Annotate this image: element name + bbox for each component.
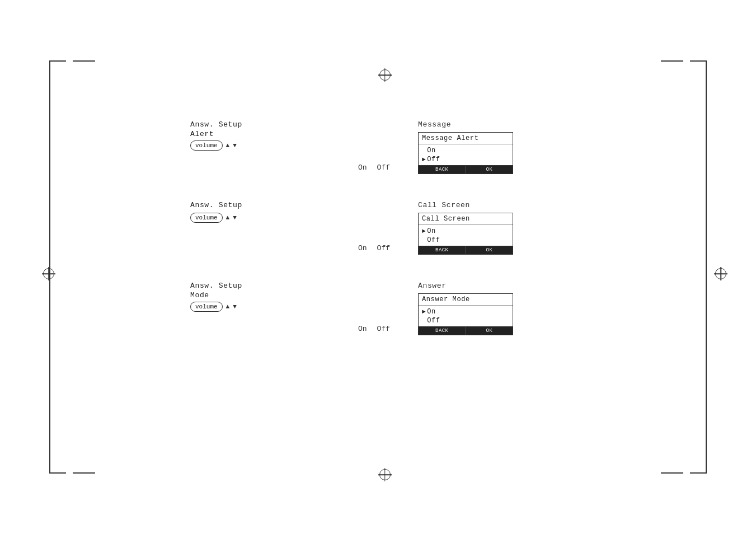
corner-mark-br <box>690 457 707 474</box>
alert-lcd-footer: BACK OK <box>419 165 513 174</box>
callscreen-lcd-item-on: ► On <box>422 227 509 236</box>
main-content: Answ. Setup Alert volume ▲ ▼ On Off Mess… <box>190 120 582 362</box>
answermode-row: Answ. Setup Mode volume ▲ ▼ On Off Answe… <box>190 282 582 335</box>
callscreen-right-group: Call Screen Call Screen ► On Off BACK OK <box>407 201 513 255</box>
answermode-controls: volume ▲ ▼ <box>190 302 347 312</box>
callscreen-volume-btn[interactable]: volume <box>190 213 223 223</box>
alert-device-label: Alert <box>190 130 347 138</box>
crosshair-top <box>378 68 392 82</box>
callscreen-lcd-panel: Call Screen ► On Off BACK OK <box>418 213 513 255</box>
alert-up-arrow[interactable]: ▲ <box>226 142 230 149</box>
hline-br <box>661 472 683 474</box>
corner-mark-tl <box>49 60 66 77</box>
alert-lcd-pointer-off: ► <box>422 156 426 163</box>
callscreen-on-off: On Off <box>358 244 390 255</box>
alert-lcd-title: Message Alert <box>419 133 513 144</box>
answermode-off-label: Off <box>377 325 390 333</box>
callscreen-down-arrow[interactable]: ▼ <box>233 214 237 221</box>
alert-lcd-item-off: ► Off <box>422 155 509 164</box>
alert-section-label: Message <box>418 120 451 129</box>
answermode-section-label: Answer <box>418 282 447 290</box>
corner-mark-bl <box>49 457 66 474</box>
callscreen-lcd-body: ► On Off <box>419 225 513 245</box>
answermode-lcd-off-text: Off <box>427 317 440 325</box>
crosshair-left <box>42 267 55 280</box>
alert-lcd-panel: Message Alert On ► Off BACK OK <box>418 132 513 174</box>
answermode-device-left: Answ. Setup Mode volume ▲ ▼ <box>190 282 347 312</box>
alert-back-button[interactable]: BACK <box>419 166 466 174</box>
vline-right <box>706 77 707 457</box>
answermode-lcd-footer: BACK OK <box>419 326 513 335</box>
answermode-lcd-item-on: ► On <box>422 307 509 316</box>
callscreen-up-arrow[interactable]: ▲ <box>226 214 230 221</box>
answermode-lcd-panel: Answer Mode ► On Off BACK OK <box>418 293 513 335</box>
callscreen-lcd-footer: BACK OK <box>419 246 513 254</box>
alert-on-label: On <box>358 163 367 172</box>
alert-lcd-off-text: Off <box>427 156 440 163</box>
answermode-lcd-no-pointer-off <box>422 317 426 324</box>
answermode-back-button[interactable]: BACK <box>419 327 466 335</box>
callscreen-section-label: Call Screen <box>418 201 470 209</box>
answermode-lcd-item-off: Off <box>422 316 509 325</box>
answermode-up-arrow[interactable]: ▲ <box>226 303 230 310</box>
callscreen-lcd-off-text: Off <box>427 236 440 244</box>
alert-device-left: Answ. Setup Alert volume ▲ ▼ <box>190 120 347 151</box>
hline-tr <box>661 60 683 62</box>
hline-bl <box>73 472 95 474</box>
alert-lcd-body: On ► Off <box>419 144 513 164</box>
alert-on-off: On Off <box>358 163 390 174</box>
crosshair-right <box>714 267 727 280</box>
callscreen-lcd-no-pointer-off <box>422 237 426 243</box>
alert-controls: volume ▲ ▼ <box>190 140 347 151</box>
answermode-lcd-pointer-on: ► <box>422 308 426 315</box>
answermode-setup-label: Answ. Setup <box>190 282 347 290</box>
alert-ok-button[interactable]: OK <box>466 166 513 174</box>
answermode-on-off: On Off <box>358 325 390 335</box>
callscreen-ok-button[interactable]: OK <box>466 246 513 254</box>
alert-right-group: Message Message Alert On ► Off BACK OK <box>407 120 513 174</box>
hline-tl <box>73 60 95 62</box>
alert-off-label: Off <box>377 163 390 172</box>
answermode-volume-btn[interactable]: volume <box>190 302 223 312</box>
alert-lcd-no-pointer-on <box>422 147 426 154</box>
answermode-lcd-on-text: On <box>427 308 436 316</box>
callscreen-lcd-item-off: Off <box>422 236 509 245</box>
alert-setup-label: Answ. Setup <box>190 120 347 129</box>
alert-lcd-item-on: On <box>422 146 509 155</box>
answermode-lcd-title: Answer Mode <box>419 294 513 306</box>
callscreen-device-left: Answ. Setup volume ▲ ▼ <box>190 201 347 223</box>
alert-lcd-on-text: On <box>427 147 436 154</box>
answermode-on-label: On <box>358 325 367 333</box>
callscreen-on-label: On <box>358 244 367 252</box>
answermode-down-arrow[interactable]: ▼ <box>233 303 237 310</box>
answermode-device-label: Mode <box>190 291 347 299</box>
callscreen-row: Answ. Setup volume ▲ ▼ On Off Call Scree… <box>190 201 582 255</box>
callscreen-lcd-on-text: On <box>427 227 436 235</box>
alert-volume-btn[interactable]: volume <box>190 140 223 151</box>
answermode-lcd-body: ► On Off <box>419 306 513 325</box>
answermode-ok-button[interactable]: OK <box>466 327 513 335</box>
crosshair-bottom <box>378 468 392 481</box>
callscreen-back-button[interactable]: BACK <box>419 246 466 254</box>
callscreen-controls: volume ▲ ▼ <box>190 213 347 223</box>
callscreen-setup-label: Answ. Setup <box>190 201 347 209</box>
callscreen-off-label: Off <box>377 244 390 252</box>
alert-row: Answ. Setup Alert volume ▲ ▼ On Off Mess… <box>190 120 582 174</box>
corner-mark-tr <box>690 60 707 77</box>
alert-down-arrow[interactable]: ▼ <box>233 142 237 149</box>
answermode-right-group: Answer Answer Mode ► On Off BACK OK <box>407 282 513 335</box>
callscreen-lcd-pointer-on: ► <box>422 228 426 235</box>
callscreen-lcd-title: Call Screen <box>419 213 513 225</box>
